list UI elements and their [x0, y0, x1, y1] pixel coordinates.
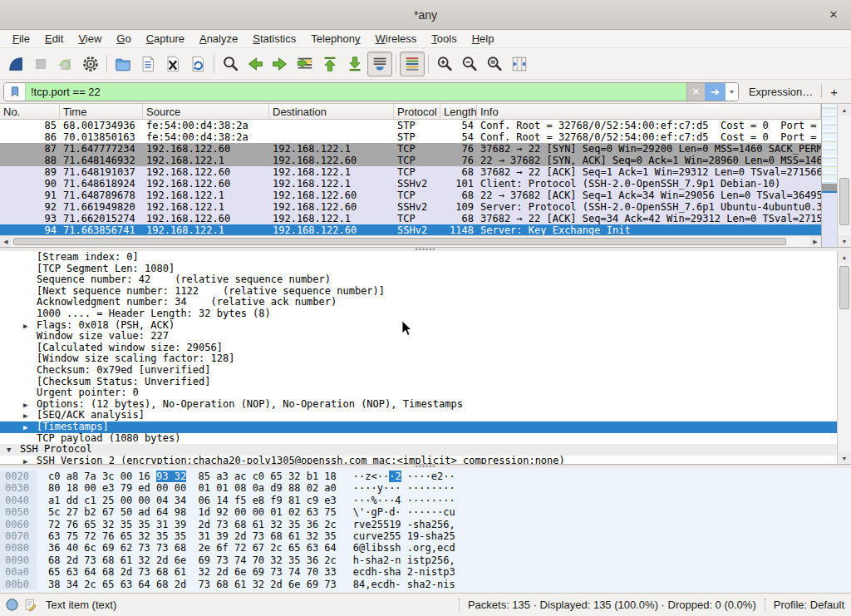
save-file-button[interactable] — [135, 52, 160, 76]
menu-go[interactable]: Go — [109, 31, 138, 47]
hex-row[interactable]: 0020c0 a8 7a 3c 00 16 93 32 85 a3 ac c0 … — [0, 471, 851, 482]
zoom-reset-button[interactable] — [482, 52, 507, 76]
find-packet-button[interactable] — [218, 52, 243, 76]
table-row[interactable]: 8771.647777234192.168.122.60192.168.122.… — [0, 143, 821, 155]
detail-line[interactable]: [Checksum Status: Unverified] — [0, 377, 837, 388]
detail-line-selected[interactable]: ▶[Timestamps] — [0, 421, 837, 433]
stop-capture-button[interactable] — [28, 52, 53, 76]
hex-row[interactable]: 00a065 63 64 68 2d 73 68 61 32 2d 6e 69 … — [0, 566, 851, 578]
menu-file[interactable]: File — [5, 31, 37, 47]
menu-help[interactable]: Help — [465, 31, 502, 47]
hex-row[interactable]: 009068 2d 73 68 61 32 2d 6e 69 73 74 70 … — [0, 554, 851, 566]
details-vscrollbar[interactable]: ▲ ▼ — [837, 251, 851, 464]
detail-line[interactable]: [TCP Segment Len: 1080] — [0, 264, 837, 275]
detail-line[interactable]: TCP payload (1080 bytes) — [0, 433, 837, 445]
filter-clear-icon[interactable]: ✕ — [686, 83, 705, 101]
capture-options-button[interactable] — [78, 52, 103, 76]
hex-row[interactable]: 00b038 34 2c 65 63 64 68 2d 73 68 61 32 … — [0, 579, 851, 590]
detail-line[interactable]: Sequence number: 42 (relative sequence n… — [0, 274, 837, 286]
column-header-length[interactable]: Length — [440, 104, 477, 119]
vscroll-thumb[interactable] — [839, 266, 849, 309]
packet-list-hscrollbar[interactable]: ◀ ▶ — [0, 235, 821, 247]
scroll-left-icon[interactable]: ◀ — [0, 236, 12, 247]
detail-line[interactable]: Window size value: 227 — [0, 331, 837, 342]
scroll-down-icon[interactable]: ▼ — [838, 452, 851, 464]
column-header-no[interactable]: No. — [0, 104, 60, 119]
display-filter-input[interactable] — [26, 83, 686, 101]
go-forward-button[interactable] — [268, 52, 293, 76]
column-header-info[interactable]: Info — [477, 104, 821, 119]
zoom-out-button[interactable] — [457, 52, 482, 76]
menu-edit[interactable]: Edit — [37, 31, 71, 47]
column-header-protocol[interactable]: Protocol — [394, 104, 440, 119]
table-row[interactable]: 9371.662015274192.168.122.60192.168.122.… — [0, 213, 821, 224]
detail-line[interactable]: Acknowledgment number: 34 (relative ack … — [0, 297, 837, 308]
detail-line[interactable]: ▶Flags: 0x018 (PSH, ACK) — [0, 320, 837, 332]
colorize-button[interactable] — [400, 52, 425, 76]
menu-tools[interactable]: Tools — [424, 31, 464, 47]
hex-row[interactable]: 008036 40 6c 69 62 73 73 68 2e 6f 72 67 … — [0, 542, 851, 554]
expression-button[interactable]: Expression… — [739, 86, 821, 98]
filter-apply-icon[interactable]: ➜ — [705, 83, 726, 101]
scroll-down-icon[interactable]: ▼ — [838, 235, 851, 247]
intelligent-scrollbar-minimap[interactable] — [821, 104, 837, 247]
add-filter-button[interactable]: + — [822, 85, 846, 99]
column-header-time[interactable]: Time — [60, 104, 143, 119]
zoom-in-button[interactable] — [432, 52, 457, 76]
filter-bookmark-icon[interactable] — [4, 83, 26, 101]
detail-line[interactable]: [Stream index: 0] — [0, 252, 837, 264]
go-back-button[interactable] — [243, 52, 268, 76]
menu-capture[interactable]: Capture — [139, 31, 192, 47]
detail-line[interactable]: ▼SSH Protocol — [0, 444, 837, 456]
close-window-icon[interactable]: ✕ — [826, 7, 841, 22]
menu-view[interactable]: View — [71, 31, 109, 47]
open-file-button[interactable] — [111, 52, 135, 76]
detail-line[interactable]: [Calculated window size: 29056] — [0, 342, 837, 354]
detail-line[interactable]: [Window size scaling factor: 128] — [0, 353, 837, 365]
hex-row[interactable]: 003080 18 00 e3 79 ed 00 00 01 01 08 0a … — [0, 482, 851, 494]
packet-list-vscrollbar[interactable]: ▲ ▼ — [837, 104, 851, 247]
table-row[interactable]: 9171.648789678192.168.122.1192.168.122.6… — [0, 190, 821, 201]
scroll-up-icon[interactable]: ▲ — [838, 251, 851, 263]
hex-row[interactable]: 0040a1 dd c1 25 00 00 04 34 06 14 f5 e8 … — [0, 495, 851, 506]
menu-analyze[interactable]: Analyze — [192, 31, 245, 47]
go-last-button[interactable] — [342, 52, 367, 76]
scroll-right-icon[interactable]: ▶ — [809, 236, 821, 247]
reload-file-button[interactable] — [185, 52, 210, 76]
menu-wireless[interactable]: Wireless — [368, 31, 425, 47]
detail-line[interactable]: Checksum: 0x79ed [unverified] — [0, 365, 837, 377]
go-to-packet-button[interactable] — [293, 52, 317, 76]
table-row[interactable]: 9271.661949820192.168.122.1192.168.122.6… — [0, 201, 821, 213]
table-row[interactable]: 9071.648618924192.168.122.60192.168.122.… — [0, 178, 821, 190]
table-row[interactable]: 8670.013850163fe:54:00:d4:38:2aSTP54Conf… — [0, 131, 821, 143]
auto-scroll-button[interactable] — [367, 52, 392, 76]
detail-line[interactable]: 1000 .... = Header Length: 32 bytes (8) — [0, 308, 837, 320]
profile-text[interactable]: Profile: Default — [774, 599, 844, 611]
detail-line[interactable]: ▶[SEQ/ACK analysis] — [0, 410, 837, 421]
hscroll-thumb[interactable] — [13, 238, 786, 245]
table-row[interactable]: 8871.648146932192.168.122.1192.168.122.6… — [0, 155, 821, 166]
detail-line[interactable]: ▶Options: (12 bytes), No-Operation (NOP)… — [0, 399, 837, 411]
go-first-button[interactable] — [317, 52, 342, 76]
column-header-destination[interactable]: Destination — [269, 104, 394, 119]
hex-row[interactable]: 007063 75 72 76 65 32 35 35 31 39 2d 73 … — [0, 530, 851, 542]
filter-dropdown-icon[interactable]: ▾ — [726, 83, 738, 101]
close-file-button[interactable] — [160, 52, 185, 76]
detail-line[interactable]: [Next sequence number: 1122 (relative se… — [0, 286, 837, 298]
resize-columns-button[interactable] — [507, 52, 532, 76]
table-row[interactable]: 8971.648191037192.168.122.60192.168.122.… — [0, 166, 821, 178]
table-row[interactable]: 8568.001734936fe:54:00:d4:38:2aSTP54Conf… — [0, 120, 821, 131]
hex-row[interactable]: 006072 76 65 32 35 35 31 39 2d 73 68 61 … — [0, 519, 851, 530]
expert-info-icon[interactable] — [5, 598, 19, 612]
restart-capture-button[interactable] — [53, 52, 78, 76]
scroll-up-icon[interactable]: ▲ — [838, 104, 851, 116]
vscroll-thumb[interactable] — [839, 178, 849, 226]
menu-statistics[interactable]: Statistics — [245, 31, 303, 47]
hex-row[interactable]: 00505c 27 b2 67 50 ad 64 98 1d 92 00 00 … — [0, 506, 851, 518]
detail-line[interactable]: Urgent pointer: 0 — [0, 387, 837, 399]
column-header-source[interactable]: Source — [143, 104, 269, 119]
capture-comment-icon[interactable] — [23, 598, 37, 612]
start-capture-button[interactable] — [3, 52, 28, 76]
menu-telephony[interactable]: Telephony — [303, 31, 367, 47]
table-row-selected[interactable]: 9471.663856741192.168.122.1192.168.122.6… — [0, 224, 821, 235]
